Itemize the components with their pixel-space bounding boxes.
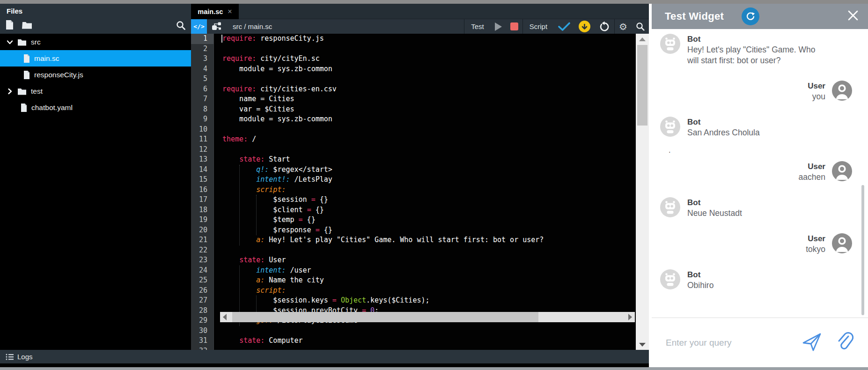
message-text: aachen [799,172,825,183]
tree-item-chatbot.yaml[interactable]: chatbot.yaml [0,99,191,116]
logs-bar[interactable]: Logs [0,350,649,363]
code-line [222,74,649,84]
code-line: script: [222,286,649,296]
code-line: require: city/cities-en.csv [222,84,649,95]
code-line [222,145,649,155]
message-sender: User [799,161,825,172]
line-number: 4 [191,64,213,74]
breadcrumb: src / main.sc [226,19,272,34]
window-top-edge [0,0,868,4]
message-sender: Bot [687,34,828,44]
bot-message: BotHey! Let's play "Cities" Game. Who wi… [652,34,868,66]
file-tree: srcmain.scresponseCity.jstestchatbot.yam… [0,34,191,116]
window-bottom-edge [0,367,868,370]
vertical-scrollbar[interactable] [636,34,649,350]
code-line: var = $Cities [222,104,649,115]
message-text: San Andres Cholula [687,127,760,138]
line-number: 3 [191,54,213,64]
line-number: 26 [191,286,213,296]
refresh-button[interactable] [742,7,759,25]
message-body: Useraachen [799,161,825,183]
scroll-down-icon[interactable] [639,343,646,347]
tab-main-sc[interactable]: main.sc × [191,4,239,19]
code-view-button[interactable]: </> [191,19,207,34]
code-line: script: [222,185,649,195]
editor-tabbar: main.sc × [191,4,649,19]
send-icon[interactable] [802,332,822,354]
line-number: 12 [191,145,213,155]
chat-scrollbar-thumb[interactable] [861,185,864,315]
run-test-icon[interactable] [491,19,506,34]
horizontal-scrollbar-thumb[interactable] [232,312,538,322]
new-file-icon[interactable] [6,20,14,32]
line-number: 31 [191,336,213,346]
files-title: Files [7,7,22,15]
code-line: a: Hey! Let's play "Cities" Game. Who wi… [222,235,649,245]
bot-message: BotNeue Neustadt [652,197,868,219]
code-line [222,125,649,135]
folder-icon [17,38,27,46]
bot-message: BotSan Andres Cholula [652,117,868,138]
chat-message-list[interactable]: BotHey! Let's play "Cities" Game. Who wi… [652,29,868,318]
chat-message-dot: . [652,146,868,155]
horizontal-scrollbar[interactable] [220,312,635,322]
line-number: 11 [191,134,213,145]
scroll-up-icon[interactable] [639,37,646,41]
line-number: 18 [191,205,213,215]
code-line [222,326,649,336]
close-icon[interactable] [847,10,859,23]
line-number: 20 [191,225,213,236]
files-toolbar [0,18,191,34]
line-number: 28 [191,306,213,316]
code-line: $response = {} [222,225,649,236]
message-text: Neue Neustadt [687,208,742,219]
attach-paperclip-icon[interactable] [835,332,854,354]
code-content[interactable]: require: responseCity.jsrequire: city/ci… [214,34,649,352]
file-label: src [31,38,41,46]
new-folder-icon[interactable] [22,21,32,31]
line-number: 14 [191,165,213,175]
stop-test-icon[interactable] [506,19,522,34]
query-input[interactable] [666,338,788,348]
message-sender: User [808,81,825,91]
user-message: Useraachen [652,161,868,183]
tree-item-main.sc[interactable]: main.sc [0,50,191,67]
indent-guide [239,165,240,245]
scroll-right-icon[interactable] [628,314,632,320]
test-widget-panel: Test Widget BotHey! Let's play "Cities" … [649,4,868,367]
bot-avatar [660,269,680,289]
editor-search-icon[interactable] [632,19,649,34]
line-number: 23 [191,255,213,266]
deploy-icon[interactable] [574,19,595,34]
code-line: q!: $regex</start> [222,165,649,175]
line-number: 27 [191,296,213,306]
line-number: 25 [191,275,213,286]
user-avatar [832,81,852,101]
bot-avatar [660,197,680,217]
line-number: 16 [191,185,213,195]
validate-check-icon[interactable] [554,19,574,34]
message-body: BotNeue Neustadt [687,197,742,219]
script-label: Script [523,19,554,34]
line-number: 2 [191,44,213,54]
tree-item-responseCity.js[interactable]: responseCity.js [0,67,191,83]
line-number: 30 [191,326,213,336]
file-icon [23,71,30,79]
file-label: main.sc [34,54,59,63]
tree-item-src[interactable]: src [0,34,191,50]
line-number: 7 [191,94,213,104]
search-icon[interactable] [176,21,185,32]
flow-view-icon[interactable] [207,19,226,34]
settings-gear-icon[interactable]: ⚙ [615,19,632,34]
tab-close-icon[interactable]: × [228,8,232,15]
scroll-left-icon[interactable] [223,314,227,320]
tree-item-test[interactable]: test [0,83,191,99]
code-line: require: city/cityEn.sc [222,54,649,64]
code-line: a: Name the city [222,275,649,286]
code-area[interactable]: 1234567891011121314151617181920212223242… [191,34,649,352]
vertical-scrollbar-thumb[interactable] [637,45,647,126]
chevron-right-icon [7,88,13,95]
undo-icon[interactable] [595,19,614,34]
code-line: module = sys.zb-common [222,114,649,125]
line-number: 5 [191,74,213,84]
